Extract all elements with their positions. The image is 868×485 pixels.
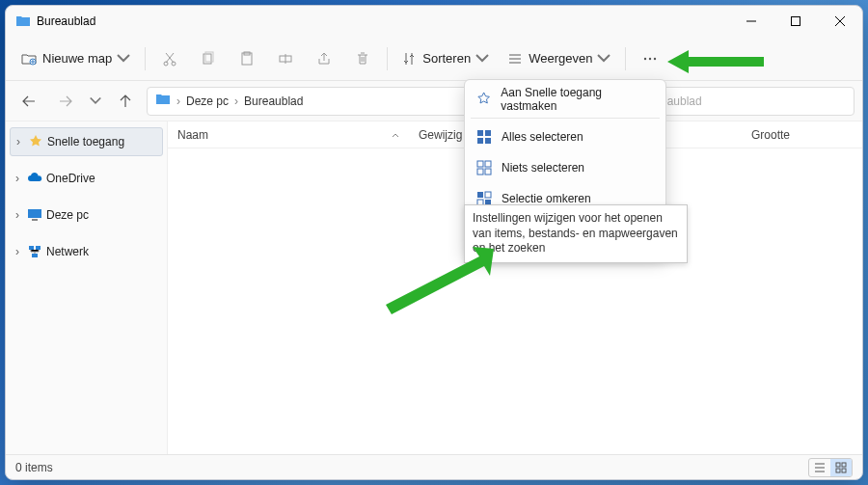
cut-button[interactable] [151, 42, 188, 75]
explorer-window: Bureaublad Nieuwe map Sorteren Weergeven [5, 5, 863, 480]
nav-row: › Deze pc › Bureaublad eaublad [6, 81, 862, 121]
sidebar-label: OneDrive [46, 172, 95, 185]
svg-rect-30 [485, 192, 491, 198]
menu-label: Niets selecteren [502, 161, 584, 175]
svg-rect-21 [477, 130, 483, 136]
item-count: 0 items [15, 461, 53, 474]
close-button[interactable] [818, 6, 862, 37]
svg-point-11 [654, 57, 656, 59]
chevron-right-icon: › [12, 245, 23, 258]
sidebar-label: Deze pc [46, 208, 89, 222]
menu-label: Selectie omkeren [502, 192, 591, 205]
svg-rect-22 [485, 130, 491, 136]
paste-button[interactable] [229, 42, 265, 75]
svg-rect-12 [28, 209, 41, 218]
svg-rect-18 [842, 463, 846, 467]
svg-rect-20 [842, 469, 846, 472]
view-label: Weergeven [529, 51, 592, 66]
svg-rect-23 [477, 138, 483, 144]
titlebar: Bureaublad [6, 6, 862, 37]
breadcrumb-root[interactable]: Deze pc [186, 94, 229, 108]
svg-rect-25 [477, 161, 483, 167]
chevron-down-icon [116, 51, 131, 67]
forward-button[interactable] [50, 86, 81, 117]
svg-point-9 [644, 57, 646, 59]
svg-rect-19 [836, 469, 840, 472]
menu-select-none[interactable]: Niets selecteren [465, 152, 665, 183]
view-toggle [808, 458, 853, 477]
column-name[interactable]: Naam [168, 128, 409, 142]
details-view-button[interactable] [809, 459, 830, 476]
separator [145, 47, 146, 70]
new-folder-button[interactable]: Nieuwe map [14, 42, 139, 75]
chevron-right-icon: › [234, 94, 238, 108]
breadcrumb-current[interactable]: Bureaublad [244, 94, 303, 108]
svg-rect-15 [36, 246, 41, 250]
search-placeholder: eaublad [661, 94, 846, 108]
svg-rect-17 [836, 463, 840, 467]
chevron-down-icon [475, 51, 490, 67]
pin-icon [476, 92, 491, 107]
chevron-right-icon: › [13, 135, 24, 148]
select-all-icon [476, 129, 492, 145]
back-button[interactable] [14, 86, 44, 117]
delete-button[interactable] [344, 42, 381, 75]
sort-label: Sorteren [422, 51, 471, 66]
chevron-right-icon: › [12, 208, 23, 222]
svg-rect-16 [32, 254, 38, 257]
minimize-button[interactable] [729, 6, 773, 37]
tooltip-text: Instellingen wijzigen voor het openen va… [473, 211, 678, 255]
network-icon [27, 244, 42, 259]
recent-dropdown[interactable] [87, 86, 104, 117]
star-icon [28, 134, 43, 149]
tooltip: Instellingen wijzigen voor het openen va… [464, 204, 688, 263]
search-input[interactable]: eaublad [652, 87, 854, 116]
share-button[interactable] [306, 42, 342, 75]
menu-separator [471, 118, 660, 119]
svg-rect-29 [477, 192, 483, 198]
separator [625, 47, 626, 70]
menu-label: Alles selecteren [502, 130, 583, 144]
svg-rect-0 [792, 17, 800, 26]
svg-rect-14 [29, 246, 34, 250]
cloud-icon [27, 171, 42, 186]
chevron-down-icon [596, 51, 611, 67]
icons-view-button[interactable] [830, 459, 852, 476]
folder-icon [155, 92, 171, 110]
sort-button[interactable]: Sorteren [393, 42, 498, 75]
chevron-right-icon: › [12, 172, 23, 185]
svg-point-10 [649, 57, 651, 59]
more-button[interactable] [632, 42, 668, 75]
window-controls [729, 6, 862, 37]
monitor-icon [27, 207, 42, 223]
copy-button[interactable] [190, 42, 227, 75]
menu-label: Aan Snelle toegang vastmaken [501, 86, 654, 113]
chevron-right-icon: › [176, 94, 180, 108]
sidebar-this-pc[interactable]: › Deze pc [6, 201, 167, 229]
rename-button[interactable] [267, 42, 304, 75]
menu-select-all[interactable]: Alles selecteren [465, 121, 665, 152]
up-button[interactable] [110, 86, 141, 117]
sidebar-label: Snelle toegang [47, 135, 124, 148]
sidebar-onedrive[interactable]: › OneDrive [6, 164, 167, 193]
svg-rect-26 [485, 161, 491, 167]
folder-icon [15, 13, 31, 29]
svg-rect-27 [477, 169, 483, 175]
sidebar-network[interactable]: › Netwerk [6, 237, 167, 266]
column-size[interactable]: Grootte [742, 128, 862, 142]
select-none-icon [476, 160, 492, 175]
svg-rect-28 [485, 169, 491, 175]
menu-pin-quick-access[interactable]: Aan Snelle toegang vastmaken [465, 84, 665, 115]
sidebar-label: Netwerk [46, 245, 89, 258]
separator [387, 47, 388, 70]
svg-rect-24 [485, 138, 491, 144]
sidebar-quick-access[interactable]: › Snelle toegang [10, 127, 163, 156]
sidebar: › Snelle toegang › OneDrive › Deze pc › … [6, 121, 168, 454]
sort-asc-icon [392, 131, 399, 139]
new-folder-label: Nieuwe map [42, 51, 112, 66]
view-button[interactable]: Weergeven [500, 42, 619, 75]
maximize-button[interactable] [773, 6, 818, 37]
window-title: Bureaublad [37, 14, 729, 28]
arrow-annotation [380, 247, 496, 314]
svg-rect-13 [32, 219, 38, 221]
